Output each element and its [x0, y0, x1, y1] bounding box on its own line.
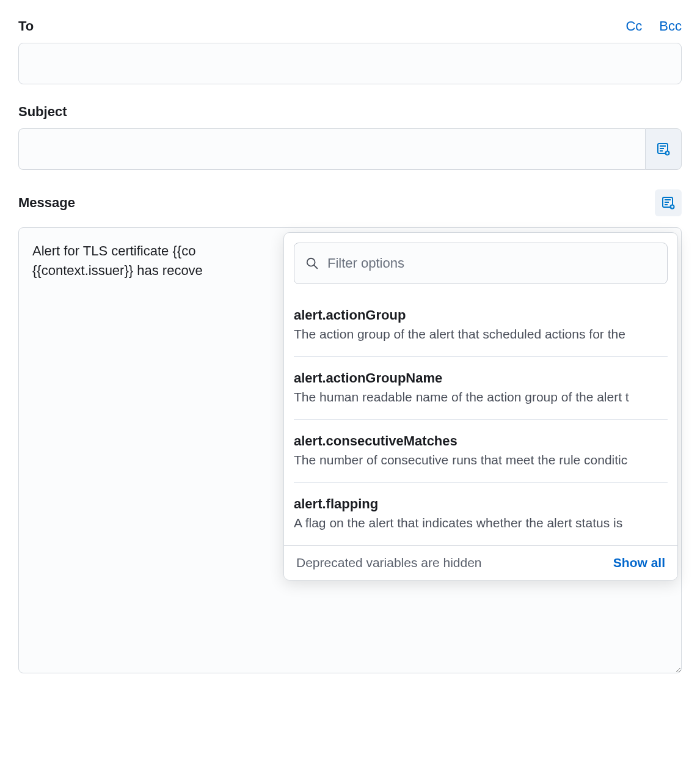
variable-popover: alert.actionGroup The action group of th…	[283, 232, 678, 580]
to-field-block: To Cc Bcc	[18, 18, 682, 84]
option-item[interactable]: alert.actionGroupName The human readable…	[294, 357, 668, 420]
option-item[interactable]: alert.actionGroup The action group of th…	[294, 294, 668, 357]
show-all-link[interactable]: Show all	[613, 555, 665, 570]
subject-label: Subject	[18, 104, 67, 120]
cc-bcc-links: Cc Bcc	[625, 18, 682, 34]
insert-variable-message-button[interactable]	[655, 189, 682, 216]
option-desc: The human readable name of the action gr…	[294, 390, 668, 404]
insert-variable-subject-button[interactable]	[645, 128, 682, 170]
option-desc: The action group of the alert that sched…	[294, 327, 668, 342]
message-text-line2: {{context.issuer}} has recove	[32, 263, 203, 278]
option-title: alert.consecutiveMatches	[294, 433, 668, 449]
subject-input[interactable]	[18, 128, 645, 170]
subject-input-wrap	[18, 128, 682, 170]
deprecated-text: Deprecated variables are hidden	[296, 555, 482, 570]
option-title: alert.actionGroup	[294, 307, 668, 323]
popover-search-wrap	[284, 233, 677, 294]
message-field-block: Message Alert for TLS certificate {{co {…	[18, 189, 682, 673]
option-desc: The number of consecutive runs that meet…	[294, 453, 668, 467]
to-label: To	[18, 18, 34, 34]
insert-variable-icon	[661, 196, 676, 210]
option-item[interactable]: alert.flapping A flag on the alert that …	[294, 483, 668, 545]
message-label: Message	[18, 195, 75, 211]
message-text-line1: Alert for TLS certificate {{co	[32, 243, 195, 258]
search-icon	[305, 257, 319, 270]
subject-label-row: Subject	[18, 104, 682, 120]
message-label-row: Message	[18, 189, 682, 216]
svg-line-11	[314, 265, 317, 268]
option-desc: A flag on the alert that indicates wheth…	[294, 516, 668, 530]
insert-variable-icon	[656, 142, 671, 156]
popover-search[interactable]	[294, 243, 668, 284]
to-input[interactable]	[18, 43, 682, 84]
message-body-wrap: Alert for TLS certificate {{co {{context…	[18, 227, 682, 673]
option-title: alert.actionGroupName	[294, 370, 668, 386]
subject-field-block: Subject	[18, 104, 682, 170]
cc-link[interactable]: Cc	[625, 18, 642, 34]
to-label-row: To Cc Bcc	[18, 18, 682, 34]
filter-input[interactable]	[327, 255, 656, 271]
option-list: alert.actionGroup The action group of th…	[284, 294, 677, 545]
popover-footer: Deprecated variables are hidden Show all	[284, 545, 677, 580]
option-title: alert.flapping	[294, 496, 668, 512]
bcc-link[interactable]: Bcc	[659, 18, 682, 34]
option-item[interactable]: alert.consecutiveMatches The number of c…	[294, 420, 668, 483]
